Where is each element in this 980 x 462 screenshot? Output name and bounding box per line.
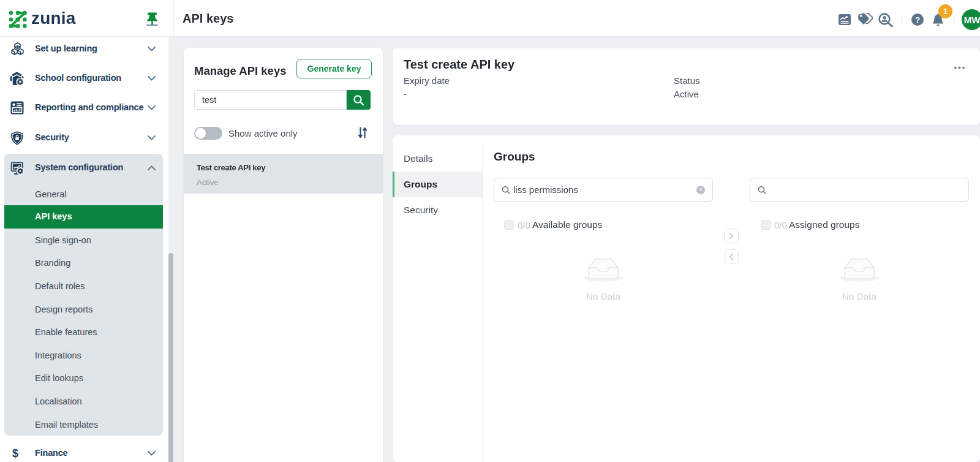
svg-text:?: ? [915, 15, 920, 25]
